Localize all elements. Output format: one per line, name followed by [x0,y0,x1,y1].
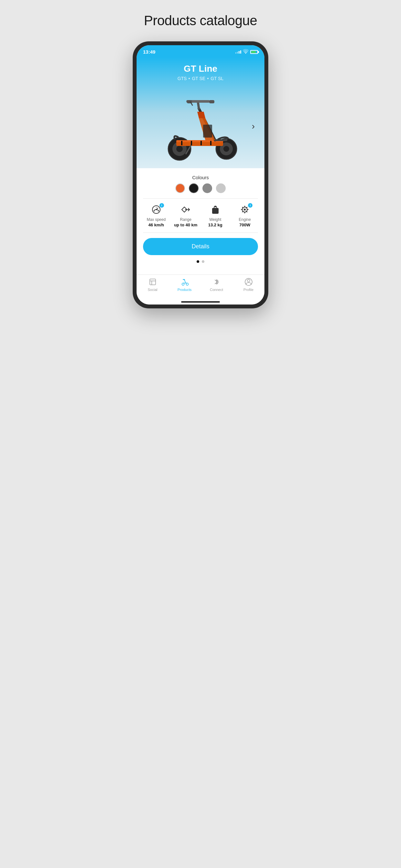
profile-icon [244,277,253,286]
svg-rect-31 [215,206,216,207]
svg-point-26 [156,209,157,210]
social-icon [148,277,157,286]
wifi-icon [243,49,249,55]
products-icon [180,277,189,286]
engine-info-badge[interactable]: i [248,203,252,208]
range-label: Range [180,217,191,222]
colours-label: Colours [143,175,258,180]
speed-info-badge[interactable]: i [159,203,164,208]
svg-point-45 [182,283,184,285]
specs-divider [143,198,258,198]
product-title: GT Line [143,64,258,74]
battery-icon [250,50,258,54]
svg-rect-30 [212,208,219,214]
connect-nav-label: Connect [210,288,223,291]
variant-gtsl[interactable]: GT SL [211,76,223,81]
signal-icon [235,51,241,54]
svg-line-14 [226,138,227,140]
svg-rect-10 [201,141,202,145]
colours-section: Colours [143,175,258,193]
status-bar: 13:49 [136,45,265,57]
spec-max-speed: i Max speed 46 km/h [143,204,169,227]
scooter-image-container: › [143,84,258,168]
home-indicator [181,301,220,303]
svg-rect-11 [210,141,212,145]
variant-gtse[interactable]: GT SE [192,76,205,81]
spec-range-icon-wrapper [180,204,191,215]
nav-item-products[interactable]: Products [168,277,201,291]
hero-section: GT Line GTS GT SE GT SL [136,57,265,168]
status-time: 13:49 [143,49,155,55]
spec-weight: Weight 13.2 kg [202,204,228,227]
nav-item-social[interactable]: Social [136,277,168,291]
variant-separator-2 [207,78,209,79]
button-divider [143,232,258,233]
variant-gts[interactable]: GTS [178,76,187,81]
svg-line-15 [198,102,199,108]
svg-point-33 [244,209,246,211]
home-indicator-bar [136,298,265,305]
range-icon [180,204,191,215]
product-variants: GTS GT SE GT SL [143,76,258,81]
nav-item-connect[interactable]: Connect [201,277,233,291]
svg-rect-22 [203,125,212,137]
variant-separator-1 [189,78,190,79]
svg-point-2 [176,146,183,152]
spec-weight-icon-wrapper [210,204,221,215]
weight-icon [210,204,221,215]
range-value: up to 40 km [174,222,197,227]
products-nav-label: Products [178,288,191,291]
phone-screen: 13:49 [136,45,265,305]
svg-rect-18 [209,100,214,103]
colour-swatches [143,183,258,193]
svg-rect-9 [191,141,192,145]
pagination-dot-2[interactable] [202,260,204,263]
status-icons [235,49,258,55]
page-title: Products catalogue [144,13,257,28]
colour-swatch-lightgray[interactable] [216,183,226,193]
svg-rect-8 [181,141,182,145]
spec-engine: i Engine 700W [232,204,258,227]
pagination-dot-1[interactable] [197,260,199,263]
bluetooth-icon [212,277,221,286]
nav-item-profile[interactable]: Profile [233,277,265,291]
spec-engine-icon-wrapper: i [239,204,251,215]
svg-point-46 [186,283,188,285]
colour-swatch-gray[interactable] [203,183,212,193]
svg-rect-42 [150,279,156,285]
engine-value: 700W [239,222,250,227]
pagination-dots [143,260,258,263]
weight-label: Weight [209,217,221,222]
spec-range: Range up to 40 km [173,204,199,227]
details-button[interactable]: Details [143,238,258,255]
svg-point-5 [223,146,229,152]
phone-frame: 13:49 [133,41,268,308]
content-section: Colours [136,168,265,275]
svg-marker-21 [197,112,205,118]
specs-grid: i Max speed 46 km/h [143,204,258,227]
bottom-nav: Social Products [136,275,265,298]
colour-swatch-black[interactable] [189,183,198,193]
svg-point-51 [247,279,250,282]
scooter-illustration [155,89,246,163]
weight-value: 13.2 kg [208,222,222,227]
profile-nav-label: Profile [243,288,253,291]
social-nav-label: Social [148,288,158,291]
spec-speed-icon-wrapper: i [150,204,162,215]
speed-value: 46 km/h [149,222,164,227]
engine-label: Engine [239,217,251,222]
next-arrow[interactable]: › [252,121,255,131]
speed-label: Max speed [147,217,166,222]
colour-swatch-orange[interactable] [175,183,185,193]
svg-line-48 [185,280,186,283]
